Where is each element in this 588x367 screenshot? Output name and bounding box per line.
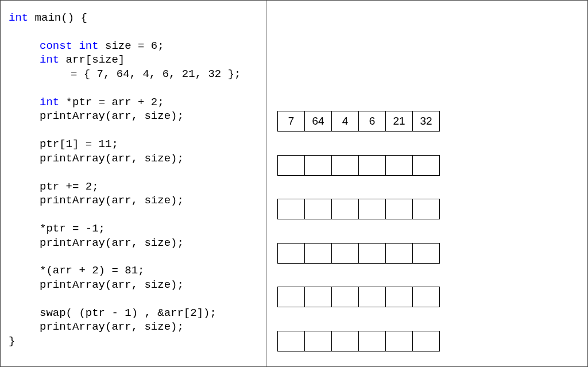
code-line: printArray(arr, size); [9,152,266,166]
array-cell: 4 [331,111,359,132]
code-line: int *ptr = arr + 2; [9,95,266,110]
array-cell [277,199,305,219]
array-cell [358,331,386,351]
code-line: const int size = 6; [9,39,266,53]
code-line: ptr[1] = 11; [9,137,266,152]
array-cell: 7 [277,111,305,132]
array-cell [304,155,332,176]
code-line: swap( (ptr - 1) , &arr[2]); [9,306,266,320]
array-cell [277,155,305,176]
array-cell [277,331,305,351]
array-cell [331,243,359,264]
code-line: printArray(arr, size); [9,278,266,292]
keyword-const: const [40,40,72,52]
array-cell [358,155,386,176]
array-cell [304,287,332,307]
array-cell [331,155,359,176]
blank-line [9,25,266,39]
code-line: *(arr + 2) = 81; [9,264,266,278]
keyword-int: int [79,40,98,52]
array-row [277,243,587,264]
array-cell [277,287,305,307]
array-cell [412,331,440,351]
array-row [277,331,587,351]
array-cell [385,199,413,219]
array-cell: 32 [412,111,440,132]
code-pane: int main() { const int size = 6; int arr… [1,1,266,366]
array-cell [385,243,413,264]
code-line: ptr += 2; [9,180,266,194]
array-row: 7 64 4 6 21 32 [277,111,587,132]
code-line: int main() { [9,11,266,25]
array-cell [385,331,413,351]
blank-line [9,82,266,95]
code-line: printArray(arr, size); [9,236,266,250]
array-row [277,199,587,219]
blank-line [9,208,266,222]
array-cell [412,199,440,219]
keyword-int: int [40,53,59,66]
keyword-int: int [9,11,28,24]
code-line: *ptr = -1; [9,222,266,236]
array-cell [331,199,359,219]
array-cell [412,155,440,176]
array-cell [304,331,332,351]
array-cell: 64 [304,111,332,132]
array-cell [358,243,386,264]
code-line: printArray(arr, size); [9,194,266,208]
keyword-int: int [40,96,59,109]
code-line: = { 7, 64, 4, 6, 21, 32 }; [9,67,266,82]
worksheet-container: int main() { const int size = 6; int arr… [0,0,588,367]
array-cell [331,287,359,307]
code-line: int arr[size] [9,53,266,67]
blank-line [9,123,266,137]
blank-line [9,250,266,264]
array-cell [385,155,413,176]
array-cell [277,243,305,264]
array-cell [304,243,332,264]
blank-line [9,166,266,180]
array-cell [331,331,359,351]
array-cell: 6 [358,111,386,132]
code-line: } [9,334,266,349]
array-cell [358,199,386,219]
array-cell [412,243,440,264]
array-cell [385,287,413,307]
array-cell [412,287,440,307]
array-cell [304,199,332,219]
array-row [277,287,587,307]
array-row [277,155,587,176]
array-cell [358,287,386,307]
array-cell: 21 [385,111,413,132]
blank-line [9,292,266,306]
output-pane: 7 64 4 6 21 32 [266,1,587,366]
code-line: printArray(arr, size); [9,320,266,334]
code-line: printArray(arr, size); [9,109,266,123]
